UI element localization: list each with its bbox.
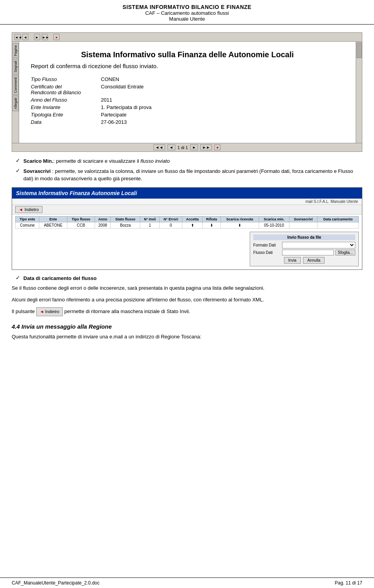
toolbar-next-btn[interactable]: ► [34, 34, 40, 40]
doc-field-certificato: Certificato delRendiconto di Bilancio Co… [31, 84, 344, 95]
paragraph3-post: permette di ritornare alla maschera iniz… [64, 308, 190, 314]
header-title-sub: CAF – Caricamento automatico flussi [8, 10, 366, 16]
doc-field-tipologia: Tipologia Ente Partecipate [31, 112, 344, 118]
doc-title: Sistema Informativo sulla Finanza delle … [31, 49, 344, 60]
mockup-table: Tipo ente Ente Tipo flusso Anno Stato fl… [15, 216, 359, 229]
bullet-sovrascrivi: ✓ Sovrascrivi : permette, se valorizzata… [12, 167, 362, 183]
invio-row-flusso: Flusso Dati Sfoglia... [253, 250, 355, 255]
sidebar-tab-segnali[interactable]: Segnali [12, 59, 19, 74]
col-accetta: Accetta [182, 216, 203, 222]
topbar-mail: mail [305, 199, 312, 204]
toolbar-record-btn[interactable]: ● [53, 34, 60, 40]
cell-ente: ABETONE [39, 222, 67, 228]
topbar-manuale: Manuale Utente [330, 199, 358, 204]
cell-anno: 2008 [95, 222, 111, 228]
screenshot-box: ◄◄ ◄ ► ►► ● Pagine Segnali Commenti Alle… [12, 32, 362, 152]
col-n-errori: N° Errori [160, 216, 182, 222]
mockup-topbar: mail S.I.F.A.L. Manuale Utente [12, 199, 362, 205]
cell-invii: 1 [140, 222, 160, 228]
cell-tipo-flusso: CCB [67, 222, 95, 228]
scarico-term: Scarico Min. [23, 158, 53, 164]
cell-rifiuta[interactable]: ⬇ [203, 222, 221, 228]
indietro-label: Indietro [45, 308, 60, 315]
paragraph1: Se il flusso contiene degli errori o del… [12, 284, 362, 292]
footer-prev-btn[interactable]: ◄ [168, 144, 175, 150]
footer-page-info: 1 di 1 [178, 145, 188, 150]
page-footer: CAF_ManualeUtente_Partecipate_2.0.doc Pa… [0, 577, 374, 588]
main-content: ◄◄ ◄ ► ►► ● Pagine Segnali Commenti Alle… [0, 25, 374, 348]
formato-select[interactable] [282, 242, 355, 248]
toolbar-last-btn[interactable]: ►► [42, 34, 48, 40]
indietro-button-inline[interactable]: ◄ Indietro [36, 307, 63, 316]
doc-field-tipo-flusso: Tipo Flusso CONEN [31, 76, 344, 82]
scrollbar-thumb[interactable] [356, 42, 362, 58]
col-n-invii: N° Invii [140, 216, 160, 222]
col-scarica-min: Scarica min. [259, 216, 289, 222]
col-ente: Ente [39, 216, 67, 222]
mockup-table-wrap: Tipo ente Ente Tipo flusso Anno Stato fl… [12, 215, 362, 230]
cell-data-caricamento [318, 222, 359, 228]
annulla-button[interactable]: Annulla [303, 257, 325, 264]
formato-label: Formato Dati [253, 243, 280, 247]
table-row: Comune ABETONE CCB 2008 Bozza 1 0 ⬆ ⬇ [16, 222, 359, 228]
data-caricamento-term: Data di caricamento del flusso [23, 275, 97, 281]
topbar-sifal: S.I.F.A.L. [314, 199, 330, 204]
sidebar-tab-commenti[interactable]: Commenti [12, 75, 19, 95]
sfoglia-button[interactable]: Sfoglia... [335, 250, 355, 255]
invio-buttons: Invia Annulla [253, 257, 355, 264]
invio-row-formato: Formato Dati [253, 242, 355, 248]
section-44-heading: 4.4 Invia un messaggio alla Regione [12, 323, 362, 330]
paragraph3-pre: Il pulsante [12, 308, 35, 314]
cell-accetta[interactable]: ⬆ [182, 222, 203, 228]
ui-mockup: Sistema Informativo Finanza Autonomie Lo… [12, 187, 362, 270]
mockup-right-panel: Invio flusso da file Formato Dati Flusso… [12, 230, 362, 269]
col-data-caricamento: Data caricamento [318, 216, 359, 222]
nav-back-button[interactable]: ◄ Indietro [15, 206, 42, 213]
col-tipo-flusso: Tipo flusso [67, 216, 95, 222]
sidebar-tab-pagine[interactable]: Pagine [12, 43, 19, 58]
col-sovrascrivi: Sovrascrivi [289, 216, 317, 222]
cell-scarica-ricevuta[interactable]: ⬇ [221, 222, 259, 228]
mockup-header-text: Sistema Informativo Finanza Autonomie Lo… [16, 190, 137, 196]
paragraph2: Alcuni degli errori fanno riferimento a … [12, 296, 362, 304]
header-title-manual: Manuale Utente [8, 16, 366, 22]
indietro-arrow-icon: ◄ [40, 308, 44, 315]
footer-last-btn[interactable]: ►► [200, 144, 212, 150]
footer-page-info: Pag. 11 di 17 [335, 580, 362, 586]
scarica-ricevuta-icon: ⬇ [238, 223, 241, 227]
cell-scarica-min: 05-10-2010 [259, 222, 289, 228]
bullet-data-caricamento: ✓ Data di caricamento del flusso [12, 275, 362, 282]
check-icon-scarico: ✓ [16, 157, 20, 164]
page-header: SISTEMA INFORMATIVO BILANCIO E FINANZE C… [0, 0, 374, 25]
header-title-main: SISTEMA INFORMATIVO BILANCIO E FINANZE [8, 4, 366, 10]
screenshot-toolbar: ◄◄ ◄ ► ►► ● [12, 33, 362, 42]
section-44-text: Questa funzionalità permette di inviare … [12, 333, 362, 341]
back-arrow-icon: ◄ [19, 207, 23, 212]
invio-panel-title: Invio flusso da file [253, 234, 355, 240]
flusso-input[interactable] [282, 250, 334, 255]
check-icon-sovrascrivi: ✓ [16, 167, 20, 174]
bullet-scarico: ✓ Scarico Min.: permette di scaricare e … [12, 157, 362, 165]
sidebar-left: Pagine Segnali Commenti Allegati [12, 42, 19, 143]
col-tipo-ente: Tipo ente [16, 216, 39, 222]
invia-button[interactable]: Invia [284, 257, 301, 264]
cell-errori: 0 [160, 222, 182, 228]
screenshot-footer: ◄◄ ◄ 1 di 1 ► ►► ● [12, 143, 362, 151]
mockup-nav: ◄ Indietro [12, 205, 362, 215]
footer-next-btn[interactable]: ► [190, 144, 198, 150]
footer-record-btn[interactable]: ● [214, 144, 221, 150]
invio-panel: Invio flusso da file Formato Dati Flusso… [250, 232, 359, 266]
doc-field-ente: Ente Inviante 1. Partecipata di prova [31, 104, 344, 110]
cell-tipo-ente: Comune [16, 222, 39, 228]
cell-stato: Bozza [111, 222, 140, 228]
sidebar-tab-allegati[interactable]: Allegati [12, 96, 19, 111]
footer-first-btn[interactable]: ◄◄ [153, 144, 165, 150]
toolbar-prev-btn[interactable]: ◄ [22, 34, 28, 40]
col-rifiuta: Rifiuta [203, 216, 221, 222]
toolbar-first-btn[interactable]: ◄◄ [14, 34, 21, 40]
col-stato-flusso: Stato flusso [111, 216, 140, 222]
sovrascrivi-term: Sovrascrivi [23, 168, 51, 174]
doc-report-title: Report di conferma di ricezione del flus… [31, 62, 344, 70]
paragraph3: Il pulsante ◄ Indietro permette di ritor… [12, 307, 362, 316]
scrollbar-right[interactable] [356, 42, 362, 143]
